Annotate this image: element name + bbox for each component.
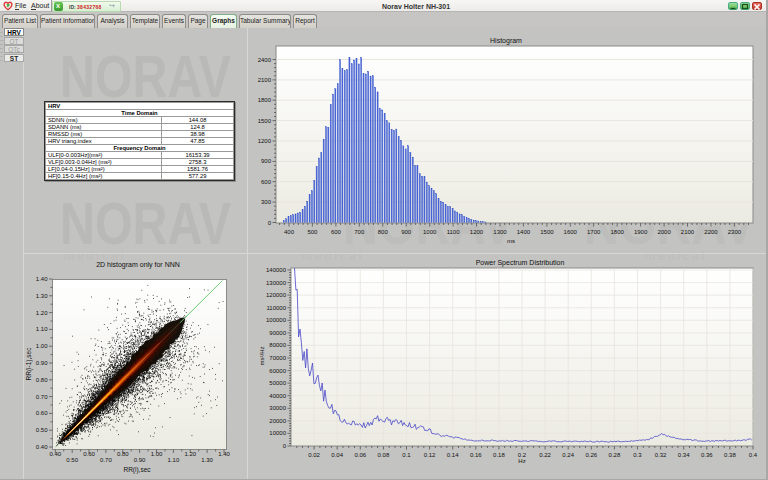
- svg-text:0.50: 0.50: [36, 427, 48, 433]
- svg-text:120000: 120000: [266, 292, 287, 298]
- svg-text:Hz: Hz: [518, 458, 525, 464]
- svg-text:50000: 50000: [269, 380, 286, 386]
- svg-text:10000: 10000: [269, 430, 286, 436]
- svg-text:0.34: 0.34: [678, 452, 690, 458]
- svg-text:0.4: 0.4: [749, 452, 758, 458]
- svg-text:60000: 60000: [269, 368, 286, 374]
- svg-text:0.14: 0.14: [447, 452, 459, 458]
- svg-text:0.32: 0.32: [655, 452, 667, 458]
- svg-text:1900: 1900: [634, 229, 648, 235]
- svg-text:0.70: 0.70: [36, 394, 48, 400]
- svg-text:0.60: 0.60: [83, 451, 95, 457]
- svg-text:2200: 2200: [704, 229, 718, 235]
- svg-text:1.10: 1.10: [36, 326, 48, 332]
- svg-text:130000: 130000: [266, 280, 287, 286]
- svg-text:0: 0: [268, 220, 272, 226]
- svg-text:400: 400: [284, 229, 295, 235]
- svg-text:RR(i-1),sec: RR(i-1),sec: [25, 347, 33, 381]
- svg-text:1200: 1200: [258, 138, 272, 144]
- svg-text:0.80: 0.80: [117, 451, 129, 457]
- svg-text:Histogram: Histogram: [490, 37, 522, 45]
- svg-text:1800: 1800: [611, 229, 625, 235]
- svg-text:0.28: 0.28: [609, 452, 621, 458]
- svg-text:2300: 2300: [728, 229, 742, 235]
- svg-text:1700: 1700: [587, 229, 601, 235]
- svg-text:900: 900: [261, 158, 272, 164]
- svg-text:0: 0: [283, 443, 287, 449]
- svg-text:20000: 20000: [269, 418, 286, 424]
- svg-text:0.36: 0.36: [701, 452, 713, 458]
- svg-text:70000: 70000: [269, 355, 286, 361]
- svg-text:600: 600: [331, 229, 342, 235]
- svg-text:90000: 90000: [269, 330, 286, 336]
- svg-text:2D histogram only for NNN: 2D histogram only for NNN: [96, 261, 180, 269]
- svg-text:1300: 1300: [493, 229, 507, 235]
- svg-text:80000: 80000: [269, 342, 286, 348]
- svg-text:1.40: 1.40: [218, 451, 230, 457]
- svg-text:0.50: 0.50: [66, 457, 78, 463]
- svg-text:1400: 1400: [517, 229, 531, 235]
- svg-text:100000: 100000: [266, 317, 287, 323]
- svg-text:0.06: 0.06: [354, 452, 366, 458]
- svg-text:0.1: 0.1: [402, 452, 411, 458]
- svg-text:300: 300: [261, 199, 272, 205]
- svg-text:2400: 2400: [258, 57, 272, 63]
- svg-text:1500: 1500: [258, 118, 272, 124]
- svg-text:0.38: 0.38: [724, 452, 736, 458]
- svg-text:1.20: 1.20: [184, 451, 196, 457]
- svg-text:1.30: 1.30: [36, 293, 48, 299]
- svg-text:0.90: 0.90: [36, 360, 48, 366]
- svg-text:600: 600: [261, 179, 272, 185]
- svg-text:0.02: 0.02: [308, 452, 320, 458]
- svg-text:0.40: 0.40: [49, 451, 61, 457]
- svg-text:0.08: 0.08: [378, 452, 390, 458]
- svg-text:1500: 1500: [540, 229, 554, 235]
- svg-text:40000: 40000: [269, 393, 286, 399]
- svg-text:0.80: 0.80: [36, 377, 48, 383]
- svg-text:1200: 1200: [470, 229, 484, 235]
- svg-text:700: 700: [354, 229, 365, 235]
- svg-text:1600: 1600: [564, 229, 578, 235]
- svg-text:0.26: 0.26: [585, 452, 597, 458]
- svg-text:1.20: 1.20: [36, 310, 48, 316]
- svg-text:1.30: 1.30: [201, 457, 213, 463]
- svg-text:0.16: 0.16: [470, 452, 482, 458]
- svg-text:ms: ms: [507, 238, 515, 244]
- svg-text:0.90: 0.90: [134, 457, 146, 463]
- svg-text:0.60: 0.60: [36, 410, 48, 416]
- svg-text:30000: 30000: [269, 405, 286, 411]
- svg-text:RR(i),sec: RR(i),sec: [123, 466, 151, 474]
- svg-text:0.40: 0.40: [36, 444, 48, 450]
- svg-text:110000: 110000: [266, 305, 286, 311]
- svg-text:ms²/Hz: ms²/Hz: [259, 347, 265, 366]
- svg-text:0.04: 0.04: [331, 452, 343, 458]
- svg-text:800: 800: [378, 229, 389, 235]
- svg-text:0.3: 0.3: [633, 452, 642, 458]
- svg-text:2100: 2100: [681, 229, 695, 235]
- svg-text:0.70: 0.70: [100, 457, 112, 463]
- svg-text:0.18: 0.18: [493, 452, 505, 458]
- svg-text:Power Spectrum Distribution: Power Spectrum Distribution: [476, 259, 565, 267]
- svg-text:1.10: 1.10: [168, 457, 180, 463]
- svg-text:0.24: 0.24: [562, 452, 574, 458]
- svg-text:1.00: 1.00: [36, 343, 48, 349]
- svg-text:2000: 2000: [657, 229, 671, 235]
- svg-text:900: 900: [401, 229, 412, 235]
- svg-text:1.40: 1.40: [36, 276, 48, 282]
- svg-text:0.22: 0.22: [539, 452, 551, 458]
- svg-text:1.00: 1.00: [151, 451, 163, 457]
- svg-text:500: 500: [307, 229, 318, 235]
- svg-text:2100: 2100: [258, 77, 272, 83]
- svg-text:1100: 1100: [447, 229, 461, 235]
- svg-text:1000: 1000: [423, 229, 437, 235]
- svg-text:140000: 140000: [266, 267, 287, 273]
- svg-text:0.12: 0.12: [424, 452, 436, 458]
- svg-text:1800: 1800: [258, 97, 272, 103]
